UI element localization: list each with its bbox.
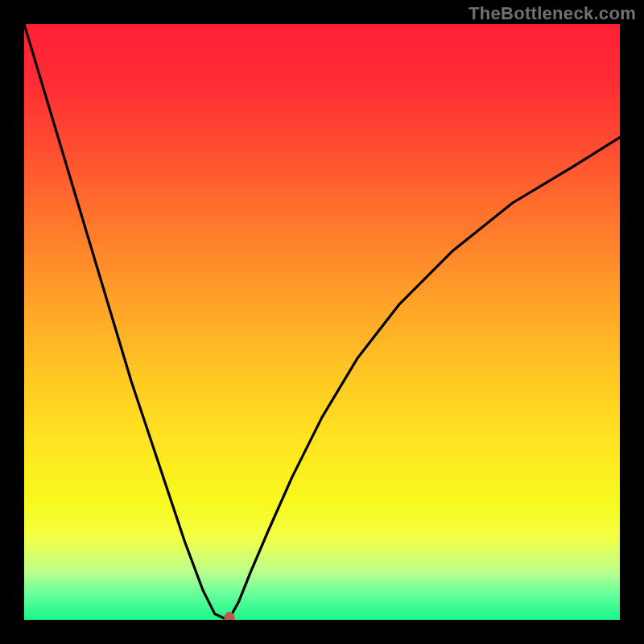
- bottleneck-curve: [24, 24, 620, 620]
- minimum-marker: [225, 612, 235, 620]
- plot-area: [24, 24, 620, 620]
- watermark-text: TheBottleneck.com: [469, 3, 636, 24]
- chart-frame: TheBottleneck.com: [0, 0, 644, 644]
